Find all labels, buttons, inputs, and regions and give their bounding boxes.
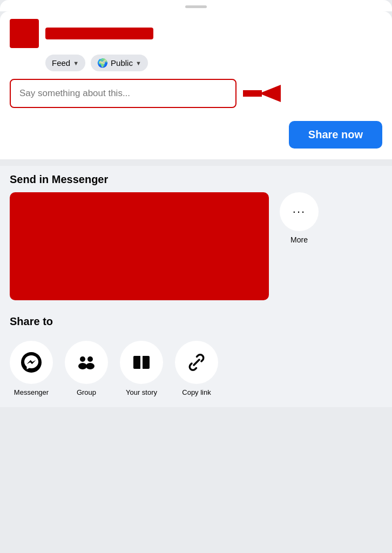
messenger-section-title: Send in Messenger — [10, 166, 382, 192]
public-label: Public — [111, 58, 133, 68]
svg-marker-0 — [259, 85, 281, 102]
svg-rect-7 — [133, 356, 141, 369]
username-placeholder — [45, 28, 153, 39]
user-row — [10, 11, 382, 55]
share-item-group[interactable]: Group — [65, 341, 108, 396]
modal-handle — [0, 0, 392, 11]
share-to-grid: Messenger Group — [10, 334, 382, 407]
handle-bar — [185, 5, 207, 8]
group-item-label: Group — [77, 388, 96, 396]
share-to-section: Share to Messenger — [0, 308, 392, 407]
copy-link-item-label: Copy link — [182, 388, 211, 396]
avatar — [10, 19, 39, 48]
more-column: ··· More — [280, 192, 319, 244]
copy-link-icon — [186, 352, 207, 373]
messenger-icon — [21, 352, 42, 373]
share-now-label: Share now — [308, 129, 363, 140]
share-item-copy-link[interactable]: Copy link — [175, 341, 218, 396]
public-chevron-icon: ▼ — [136, 60, 141, 66]
svg-rect-1 — [243, 90, 262, 97]
text-input-area — [10, 79, 382, 108]
more-button[interactable]: ··· — [280, 192, 319, 231]
svg-point-6 — [86, 363, 94, 369]
public-dropdown[interactable]: 🌍 Public ▼ — [91, 55, 148, 71]
share-item-messenger[interactable]: Messenger — [10, 341, 53, 396]
share-item-your-story[interactable]: Your story — [120, 341, 163, 396]
more-label: More — [290, 235, 308, 244]
feed-chevron-icon: ▼ — [73, 60, 79, 66]
feed-label: Feed — [52, 58, 70, 68]
your-story-circle — [120, 341, 163, 384]
messenger-preview-image — [10, 192, 269, 300]
messenger-circle — [10, 341, 53, 384]
svg-rect-9 — [140, 356, 143, 369]
copy-link-circle — [175, 341, 218, 384]
share-now-row: Share now — [10, 119, 382, 149]
feed-dropdown[interactable]: Feed ▼ — [45, 55, 85, 71]
share-to-title: Share to — [10, 308, 382, 334]
group-circle — [65, 341, 108, 384]
your-story-item-label: Your story — [126, 388, 157, 396]
audience-row: Feed ▼ 🌍 Public ▼ — [45, 55, 382, 79]
svg-point-3 — [80, 356, 85, 362]
caption-input[interactable] — [10, 79, 236, 108]
share-panel: Feed ▼ 🌍 Public ▼ Share now — [0, 11, 392, 159]
globe-icon: 🌍 — [97, 58, 108, 68]
group-icon — [76, 352, 97, 373]
messenger-content: ··· More — [10, 192, 382, 308]
share-now-button[interactable]: Share now — [289, 121, 382, 149]
svg-point-2 — [21, 352, 42, 373]
messenger-item-label: Messenger — [14, 388, 49, 396]
svg-point-5 — [78, 363, 87, 369]
svg-rect-8 — [142, 356, 150, 369]
svg-point-4 — [87, 356, 93, 362]
arrow-indicator — [243, 83, 281, 104]
your-story-icon — [131, 352, 152, 373]
messenger-section: Send in Messenger ··· More — [0, 166, 392, 308]
more-dots-icon: ··· — [293, 205, 306, 219]
